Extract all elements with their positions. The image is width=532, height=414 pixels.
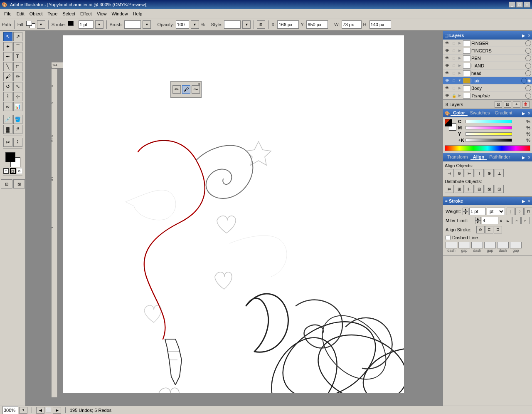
layer-expand-fingers[interactable]: ▶ bbox=[457, 47, 462, 54]
dash2-input[interactable] bbox=[471, 242, 483, 248]
align-top-btn[interactable]: ⊤ bbox=[475, 169, 484, 177]
align-center-v-btn[interactable]: ⊕ bbox=[485, 169, 494, 177]
magic-wand-tool[interactable]: ✦ bbox=[3, 42, 12, 51]
tab-align[interactable]: Align bbox=[470, 154, 487, 160]
layers-panel-menu-icon[interactable]: ▶ bbox=[522, 33, 525, 38]
align-left-btn[interactable]: ⊣ bbox=[445, 169, 454, 177]
butt-cap-btn[interactable]: | bbox=[507, 208, 515, 215]
layer-expand-hair[interactable]: ▼ bbox=[457, 77, 462, 84]
stroke-miter-up-btn[interactable]: ▲ bbox=[475, 217, 481, 221]
menu-object[interactable]: Object bbox=[27, 10, 45, 17]
stroke-weight-up-btn[interactable]: ▲ bbox=[463, 208, 468, 211]
stroke-panel-close-icon[interactable]: × bbox=[528, 199, 530, 203]
layer-lock-hand[interactable]: □ bbox=[451, 62, 457, 69]
line-tool[interactable]: ╲ bbox=[3, 62, 12, 71]
layer-eye-fingers[interactable]: 👁 bbox=[444, 47, 451, 54]
free-transform-tool[interactable]: ⊹ bbox=[13, 92, 22, 101]
foreground-color-swatch[interactable] bbox=[5, 152, 15, 162]
brush-dropdown[interactable]: ▾ bbox=[143, 20, 151, 29]
dashed-line-checkbox[interactable] bbox=[446, 235, 451, 240]
layer-expand-hand[interactable]: ▶ bbox=[457, 62, 462, 69]
x-input[interactable] bbox=[277, 20, 299, 29]
menu-effect[interactable]: Effect bbox=[78, 10, 94, 17]
menu-type[interactable]: Type bbox=[45, 10, 60, 17]
brush-pencil-btn[interactable]: ✏ bbox=[172, 85, 181, 94]
zoom-input[interactable] bbox=[2, 406, 18, 414]
gap1-input[interactable] bbox=[458, 242, 470, 248]
make-clipping-mask-btn[interactable]: ⊡ bbox=[495, 101, 502, 108]
gap2-input[interactable] bbox=[484, 242, 496, 248]
layer-eye-body[interactable]: 👁 bbox=[444, 85, 451, 92]
scale-tool[interactable]: ⤡ bbox=[13, 82, 22, 91]
lasso-tool[interactable]: ⌒ bbox=[13, 42, 22, 51]
create-new-sublayer-btn[interactable]: ⊟ bbox=[504, 101, 511, 108]
layer-lock-pen[interactable]: □ bbox=[451, 55, 457, 62]
stroke-outside-btn[interactable]: ⊐ bbox=[494, 226, 502, 233]
layer-circle-fingers[interactable] bbox=[525, 48, 531, 54]
style-input[interactable] bbox=[224, 20, 241, 29]
stroke-weight-value-input[interactable] bbox=[469, 208, 486, 215]
w-input[interactable] bbox=[342, 20, 362, 29]
zoom-dropdown-btn[interactable]: ▾ bbox=[19, 407, 27, 414]
layer-expand-finger[interactable]: ▶ bbox=[457, 40, 462, 47]
tab-gradient[interactable]: Gradient bbox=[492, 110, 515, 116]
maximize-btn[interactable]: □ bbox=[516, 2, 523, 7]
tab-swatches[interactable]: Swatches bbox=[468, 110, 493, 116]
layer-row-pen[interactable]: 👁 □ ▶ PEN bbox=[443, 55, 532, 62]
fill-fg-swatch[interactable] bbox=[26, 21, 32, 26]
mesh-tool[interactable]: # bbox=[13, 125, 22, 134]
no-color-btn[interactable]: ⊘ bbox=[17, 168, 22, 174]
dash3-input[interactable] bbox=[497, 242, 509, 248]
layer-eye-finger[interactable]: 👁 bbox=[444, 40, 451, 47]
layer-lock-body[interactable]: □ bbox=[451, 85, 457, 92]
dist-bottom-btn[interactable]: ⊡ bbox=[495, 185, 504, 193]
color-fill-btn[interactable]: □ bbox=[3, 168, 9, 174]
direct-selection-tool[interactable]: ↗ bbox=[13, 32, 22, 41]
layer-lock-hair[interactable]: □ bbox=[451, 77, 457, 84]
scissors-tool[interactable]: ✂ bbox=[3, 138, 12, 147]
pencil-tool[interactable]: ✏ bbox=[13, 72, 22, 81]
change-screen-mode-btn[interactable]: ⊡ bbox=[1, 179, 12, 188]
layer-expand-template[interactable]: ▶ bbox=[457, 92, 462, 99]
layer-row-hair[interactable]: 👁 □ ▼ Hair ◉ bbox=[443, 77, 532, 84]
stroke-panel-menu-icon[interactable]: ▶ bbox=[522, 199, 525, 203]
dist-center-v-btn[interactable]: ⊠ bbox=[485, 185, 494, 193]
tab-color[interactable]: Color bbox=[451, 110, 468, 116]
style-dropdown[interactable]: ▾ bbox=[242, 20, 251, 29]
projecting-cap-btn[interactable]: ⊓ bbox=[524, 208, 532, 215]
layer-row-head[interactable]: 👁 □ ▶ head bbox=[443, 69, 532, 77]
brush-brush-btn[interactable]: 🖌 bbox=[182, 85, 190, 94]
stroke-weight-unit-select[interactable]: ptpx bbox=[487, 208, 505, 215]
menu-window[interactable]: Window bbox=[109, 10, 131, 17]
type-tool[interactable]: T bbox=[13, 52, 22, 61]
window-controls[interactable]: _ □ × bbox=[509, 2, 530, 7]
fill-swatch-area[interactable] bbox=[26, 21, 35, 28]
layer-expand-body[interactable]: ▶ bbox=[457, 85, 462, 92]
prev-artboard-btn[interactable]: ◀ bbox=[36, 407, 44, 414]
tab-pathfinder[interactable]: Pathfinder bbox=[487, 154, 512, 160]
y-input[interactable] bbox=[306, 20, 328, 29]
m-slider[interactable] bbox=[466, 126, 512, 129]
stroke-weight-dropdown[interactable]: ▾ bbox=[95, 20, 103, 29]
gradient-tool[interactable]: ▓ bbox=[3, 125, 12, 134]
align-btn[interactable]: ⊞ bbox=[257, 20, 265, 29]
layer-circle-hair[interactable] bbox=[521, 78, 527, 84]
color-panel-close-icon[interactable]: × bbox=[528, 111, 530, 116]
layer-eye-template[interactable]: 👁 bbox=[444, 92, 451, 99]
align-center-h-btn[interactable]: ⊖ bbox=[455, 169, 464, 177]
layer-circle-head[interactable] bbox=[525, 70, 531, 76]
menu-view[interactable]: View bbox=[94, 10, 109, 17]
minimize-btn[interactable]: _ bbox=[509, 2, 515, 7]
rect-tool[interactable]: □ bbox=[13, 62, 22, 71]
layer-circle-finger[interactable] bbox=[525, 40, 531, 46]
fg-bg-colors[interactable] bbox=[5, 152, 20, 167]
menu-select[interactable]: Select bbox=[60, 10, 78, 17]
layer-eye-hair[interactable]: 👁 bbox=[444, 77, 451, 84]
stroke-miter-value-input[interactable] bbox=[482, 217, 498, 224]
warp-tool[interactable]: ⌇ bbox=[3, 92, 12, 101]
chart-tool[interactable]: 📊 bbox=[13, 102, 22, 111]
paint-bucket-tool[interactable]: 🪣 bbox=[13, 115, 22, 124]
stroke-weight-down-btn[interactable]: ▼ bbox=[463, 211, 468, 215]
layer-expand-head[interactable]: ▶ bbox=[457, 70, 462, 77]
paintbrush-tool[interactable]: 🖌 bbox=[3, 72, 12, 81]
